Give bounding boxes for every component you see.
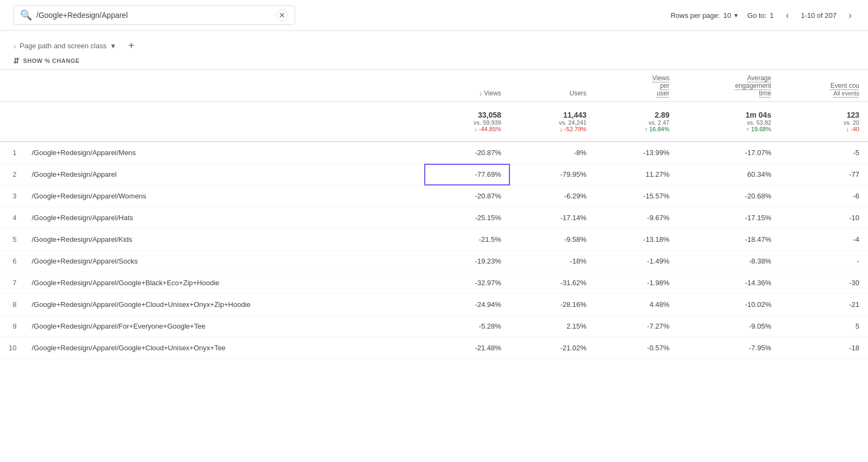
data-table-container: ↓ Views Users Viewsperuser Averageengage… — [0, 70, 868, 359]
row-vpu: -1.98% — [595, 272, 678, 294]
summary-events-main: 123 — [789, 111, 859, 119]
summary-vpu-vs: vs. 2.47 — [604, 119, 669, 126]
top-bar: 🔍 /Google+Redesign/Apparel ✕ Rows per pa… — [0, 0, 868, 31]
views-sort-icon: ↓ — [479, 89, 482, 97]
vpu-column-header[interactable]: Viewsperuser — [595, 70, 678, 102]
row-users: -28.16% — [510, 294, 595, 316]
add-column-button[interactable]: + — [128, 40, 135, 52]
table-row: 9/Google+Redesign/Apparel/For+Everyone+G… — [0, 316, 868, 337]
summary-views-main: 33,058 — [433, 111, 501, 119]
row-views: -21.48% — [424, 337, 509, 359]
row-path[interactable]: /Google+Redesign/Apparel/Google+Black+Ec… — [23, 272, 424, 294]
row-path[interactable]: /Google+Redesign/Apparel/Hats — [23, 207, 424, 229]
search-input-value[interactable]: /Google+Redesign/Apparel — [36, 11, 272, 20]
table-row: 5/Google+Redesign/Apparel/Kids-21.5%-9.5… — [0, 229, 868, 251]
row-number: 6 — [0, 251, 23, 272]
row-path[interactable]: /Google+Redesign/Apparel/Mens — [23, 142, 424, 164]
summary-views: 33,058 vs. 59,939 -44.85% — [424, 102, 509, 142]
views-label: Views — [484, 89, 501, 97]
row-number: 2 — [0, 164, 23, 185]
row-number: 9 — [0, 316, 23, 337]
arrows-icon: ⇵ — [13, 56, 20, 65]
row-events: -18 — [780, 337, 868, 359]
row-path[interactable]: /Google+Redesign/Apparel — [23, 164, 424, 185]
row-number: 10 — [0, 337, 23, 359]
dimension-dropdown-icon[interactable]: ▼ — [110, 42, 116, 50]
dimension-title: ↓ Page path and screen class ▼ + — [13, 40, 414, 52]
summary-views-change: -44.85% — [433, 126, 501, 132]
rows-per-page-value: 10 — [723, 11, 731, 20]
pagination-controls: Rows per page: 10 ▼ Go to: 1 ‹ 1-10 of 2… — [671, 9, 855, 22]
users-column-header[interactable]: Users — [510, 70, 595, 102]
row-vpu: -1.49% — [595, 251, 678, 272]
row-path[interactable]: /Google+Redesign/Apparel/Google+Cloud+Un… — [23, 294, 424, 316]
row-users: -8% — [510, 142, 595, 164]
table-header-controls: ↓ Page path and screen class ▼ + ⇵ SHOW … — [0, 31, 868, 70]
prev-page-button[interactable]: ‹ — [782, 9, 792, 22]
table-row: 7/Google+Redesign/Apparel/Google+Black+E… — [0, 272, 868, 294]
row-views: -20.87% — [424, 142, 509, 164]
summary-events: 123 vs. 20 -40 — [780, 102, 868, 142]
row-num-header — [0, 70, 23, 102]
views-column-header[interactable]: ↓ Views — [424, 70, 509, 102]
summary-row: 33,058 vs. 59,939 -44.85% 11,443 vs. 24,… — [0, 102, 868, 142]
row-users: -17.14% — [510, 207, 595, 229]
row-users: -21.02% — [510, 337, 595, 359]
row-views: -5.28% — [424, 316, 509, 337]
data-table: ↓ Views Users Viewsperuser Averageengage… — [0, 70, 868, 359]
row-path[interactable]: /Google+Redesign/Apparel/Google+Cloud+Un… — [23, 337, 424, 359]
dimension-column-header: ↓ Page path and screen class ▼ + ⇵ SHOW … — [13, 40, 414, 65]
row-events: -4 — [780, 229, 868, 251]
row-views: -24.94% — [424, 294, 509, 316]
goto-input[interactable]: 1 — [770, 11, 774, 20]
row-events: -77 — [780, 164, 868, 185]
row-number: 3 — [0, 185, 23, 207]
clear-search-button[interactable]: ✕ — [276, 9, 288, 21]
table-row: 3/Google+Redesign/Apparel/Womens-20.87%-… — [0, 185, 868, 207]
row-aet: -9.05% — [678, 316, 780, 337]
row-events: -21 — [780, 294, 868, 316]
row-users: 2.15% — [510, 316, 595, 337]
row-vpu: -7.27% — [595, 316, 678, 337]
summary-vpu-change: 16.84% — [604, 126, 669, 132]
row-aet: 60.34% — [678, 164, 780, 185]
row-aet: -18.47% — [678, 229, 780, 251]
summary-users-change: -52.79% — [519, 126, 586, 132]
summary-vpu: 2.89 vs. 2.47 16.84% — [595, 102, 678, 142]
aet-column-header[interactable]: Averageengagementtime — [678, 70, 780, 102]
search-icon: 🔍 — [20, 9, 32, 21]
table-row: 8/Google+Redesign/Apparel/Google+Cloud+U… — [0, 294, 868, 316]
row-path[interactable]: /Google+Redesign/Apparel/For+Everyone+Go… — [23, 316, 424, 337]
goto-label: Go to: — [748, 11, 767, 20]
row-vpu: -0.57% — [595, 337, 678, 359]
row-vpu: -13.99% — [595, 142, 678, 164]
row-path[interactable]: /Google+Redesign/Apparel/Kids — [23, 229, 424, 251]
row-number: 5 — [0, 229, 23, 251]
row-events: -30 — [780, 272, 868, 294]
row-events: - — [780, 251, 868, 272]
row-number: 7 — [0, 272, 23, 294]
row-path[interactable]: /Google+Redesign/Apparel/Socks — [23, 251, 424, 272]
row-vpu: -9.67% — [595, 207, 678, 229]
rows-per-page-control: Rows per page: 10 ▼ — [671, 11, 738, 20]
show-percent-change-button[interactable]: ⇵ SHOW % CHANGE — [13, 56, 414, 65]
summary-aet-change: 19.68% — [687, 126, 771, 132]
table-row: 6/Google+Redesign/Apparel/Socks-19.23%-1… — [0, 251, 868, 272]
rows-per-page-select[interactable]: 10 ▼ — [723, 11, 738, 20]
goto-control: Go to: 1 — [748, 11, 774, 20]
next-page-button[interactable]: › — [845, 9, 855, 22]
row-aet: -7.95% — [678, 337, 780, 359]
users-label: Users — [570, 89, 586, 97]
row-events: 5 — [780, 316, 868, 337]
row-path[interactable]: /Google+Redesign/Apparel/Womens — [23, 185, 424, 207]
summary-aet: 1m 04s vs. 53.82 19.68% — [678, 102, 780, 142]
events-column-header[interactable]: Event couAll events — [780, 70, 868, 102]
table-row: 1/Google+Redesign/Apparel/Mens-20.87%-8%… — [0, 142, 868, 164]
summary-users-vs: vs. 24,241 — [519, 119, 586, 126]
row-views: -21.5% — [424, 229, 509, 251]
summary-vpu-main: 2.89 — [604, 111, 669, 119]
table-header-row: ↓ Views Users Viewsperuser Averageengage… — [0, 70, 868, 102]
row-vpu: 4.48% — [595, 294, 678, 316]
row-aet: -14.36% — [678, 272, 780, 294]
row-aet: -17.07% — [678, 142, 780, 164]
